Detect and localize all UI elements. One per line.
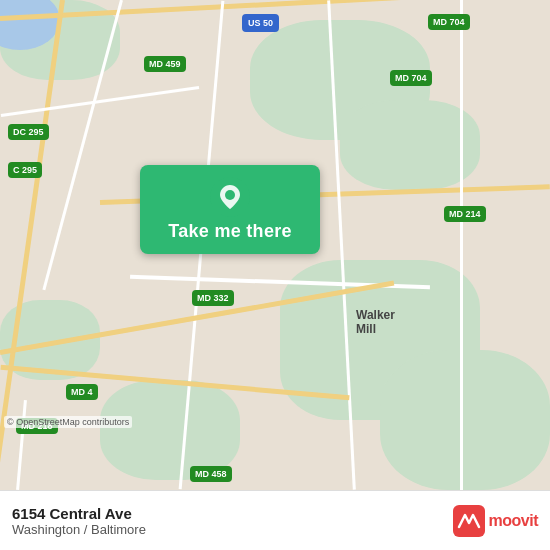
route-badge-dc295: DC 295 <box>8 124 49 140</box>
route-badge-md459: MD 459 <box>144 56 186 72</box>
osm-attribution: © OpenStreetMap contributors <box>4 416 132 428</box>
address-street: 6154 Central Ave <box>12 505 146 522</box>
route-badge-md704: MD 704 <box>428 14 470 30</box>
cta-button-container[interactable]: Take me there <box>140 165 320 254</box>
svg-point-1 <box>225 190 235 200</box>
route-badge-md458: MD 458 <box>190 466 232 482</box>
route-badge-md4: MD 4 <box>66 384 98 400</box>
green-area <box>100 380 240 480</box>
cta-label: Take me there <box>168 221 292 242</box>
green-area <box>380 350 550 490</box>
moovit-text: moovit <box>489 512 538 530</box>
map-container: US 50 MD 704 MD 459 DC 295 C 295 MD 704 … <box>0 0 550 490</box>
location-pin-icon <box>210 177 250 217</box>
route-badge-md704b: MD 704 <box>390 70 432 86</box>
address-city: Washington / Baltimore <box>12 522 146 537</box>
route-badge-md214: MD 214 <box>444 206 486 222</box>
route-badge-md332: MD 332 <box>192 290 234 306</box>
moovit-logo: moovit <box>453 505 538 537</box>
bottom-bar: 6154 Central Ave Washington / Baltimore … <box>0 490 550 550</box>
road <box>460 0 463 490</box>
take-me-there-button[interactable]: Take me there <box>140 165 320 254</box>
address-container: 6154 Central Ave Washington / Baltimore <box>12 505 146 537</box>
walker-mill-label: WalkerMill <box>356 308 395 336</box>
moovit-icon <box>453 505 485 537</box>
route-badge-c295: C 295 <box>8 162 42 178</box>
route-badge-us50: US 50 <box>242 14 279 32</box>
green-area <box>340 100 480 190</box>
